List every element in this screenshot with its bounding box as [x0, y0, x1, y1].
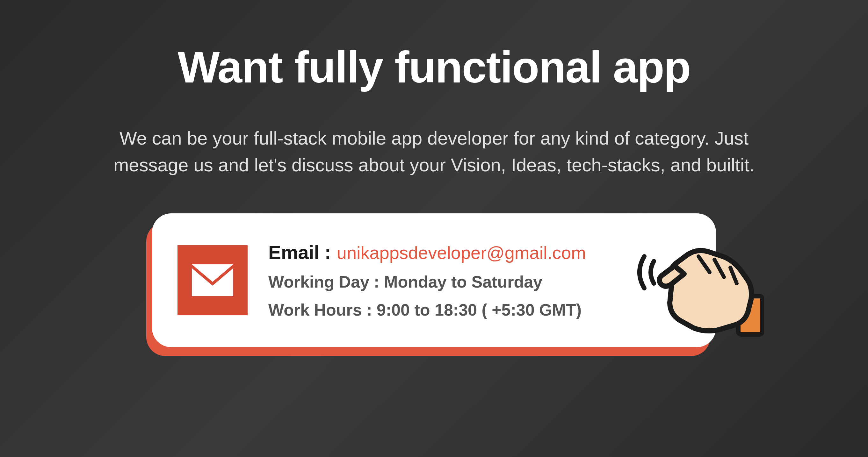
email-label: Email : [268, 241, 331, 263]
email-value[interactable]: unikappsdeveloper@gmail.com [337, 242, 586, 263]
working-day-row: Working Day : Monday to Saturday [268, 272, 690, 291]
svg-rect-0 [192, 264, 233, 296]
mail-icon [178, 245, 248, 315]
contact-card-wrapper: Email : unikappsdeveloper@gmail.com Work… [152, 214, 716, 347]
click-hand-icon [630, 220, 764, 341]
email-row: Email : unikappsdeveloper@gmail.com [268, 241, 690, 263]
contact-info: Email : unikappsdeveloper@gmail.com Work… [268, 241, 690, 319]
work-hours-row: Work Hours : 9:00 to 18:30 ( +5:30 GMT) [268, 300, 690, 319]
page-heading: Want fully functional app [178, 41, 690, 93]
contact-card[interactable]: Email : unikappsdeveloper@gmail.com Work… [152, 214, 716, 347]
page-description: We can be your full-stack mobile app dev… [99, 125, 769, 178]
